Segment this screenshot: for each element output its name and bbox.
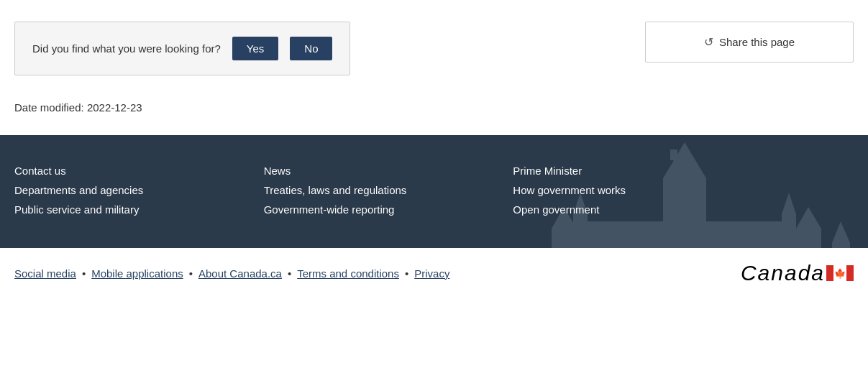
footer-link-pm[interactable]: Prime Minister: [513, 161, 734, 180]
separator-2: •: [189, 267, 193, 280]
top-section: Did you find what you were looking for? …: [0, 0, 868, 90]
date-section: Date modified: 2022-12-23: [0, 90, 868, 135]
canada-flag: 🍁: [826, 265, 854, 281]
yes-button[interactable]: Yes: [232, 37, 278, 60]
footer-link-departments[interactable]: Departments and agencies: [14, 180, 235, 200]
svg-rect-13: [832, 243, 850, 248]
date-value: 2022-12-23: [87, 101, 142, 114]
date-label: Date modified:: [14, 101, 84, 114]
flag-svg: 🍁: [826, 265, 854, 281]
svg-text:🍁: 🍁: [834, 267, 846, 280]
footer-terms[interactable]: Terms and conditions: [297, 267, 399, 280]
footer-about[interactable]: About Canada.ca: [198, 267, 282, 280]
share-button[interactable]: ↺ Share this page: [645, 22, 854, 63]
footer-link-treaties[interactable]: Treaties, laws and regulations: [264, 180, 485, 200]
footer-bottom: Social media • Mobile applications • Abo…: [0, 248, 868, 298]
footer-col-1: Contact us Departments and agencies Publ…: [14, 161, 235, 219]
share-icon: ↺: [704, 35, 713, 49]
share-label: Share this page: [719, 36, 795, 48]
feedback-question: Did you find what you were looking for?: [32, 42, 221, 55]
footer-col-2: News Treaties, laws and regulations Gove…: [264, 161, 485, 219]
footer-dark: Contact us Departments and agencies Publ…: [0, 135, 868, 248]
footer-link-reporting[interactable]: Government-wide reporting: [264, 200, 485, 219]
canada-wordmark: Canada: [741, 261, 825, 285]
footer-link-public-service[interactable]: Public service and military: [14, 200, 235, 219]
footer-privacy[interactable]: Privacy: [414, 267, 449, 280]
svg-marker-14: [832, 221, 850, 243]
footer-social-media[interactable]: Social media: [14, 267, 76, 280]
footer-link-open-gov[interactable]: Open government: [513, 200, 734, 219]
footer-bottom-links: Social media • Mobile applications • Abo…: [14, 267, 449, 280]
footer-link-contact[interactable]: Contact us: [14, 161, 235, 180]
svg-rect-15: [826, 265, 833, 281]
svg-rect-11: [796, 229, 821, 248]
canada-logo: Canada 🍁: [741, 261, 854, 285]
footer-link-news[interactable]: News: [264, 161, 485, 180]
footer-links-grid: Contact us Departments and agencies Publ…: [14, 161, 734, 219]
footer-col-3: Prime Minister How government works Open…: [513, 161, 734, 219]
svg-rect-7: [782, 214, 796, 248]
svg-rect-6: [706, 221, 789, 248]
separator-4: •: [405, 267, 408, 280]
feedback-box: Did you find what you were looking for? …: [14, 22, 350, 75]
svg-marker-12: [796, 207, 821, 229]
svg-rect-2: [670, 150, 677, 160]
svg-rect-17: [846, 265, 854, 281]
separator-1: •: [82, 267, 86, 280]
svg-rect-9: [552, 229, 577, 248]
footer-mobile-apps[interactable]: Mobile applications: [91, 267, 183, 280]
footer-link-how-gov[interactable]: How government works: [513, 180, 734, 200]
no-button[interactable]: No: [290, 37, 332, 60]
svg-rect-3: [580, 221, 663, 248]
separator-3: •: [288, 267, 291, 280]
svg-marker-8: [782, 193, 796, 214]
